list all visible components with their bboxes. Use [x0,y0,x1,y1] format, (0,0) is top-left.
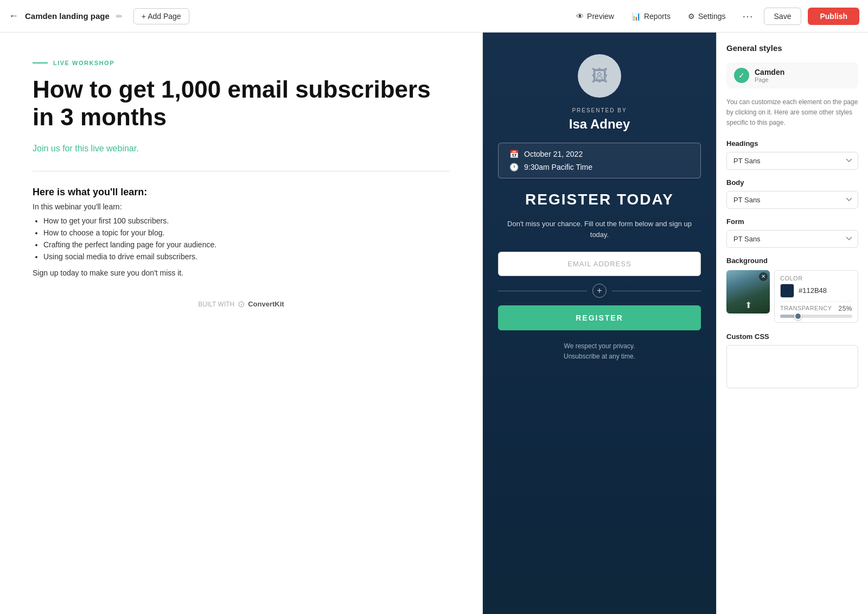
list-item: How to get your first 100 subscribers. [43,216,450,225]
custom-css-textarea[interactable] [726,345,858,388]
left-panel: LIVE WORKSHOP How to get 1,000 email sub… [0,33,483,614]
presented-by-label: PRESENTED BY [572,107,627,113]
headings-select[interactable]: PT Sans [726,152,858,170]
convertkit-logo-icon: ⊙ [238,299,245,309]
register-title: REGISTER TODAY [525,190,674,209]
register-desc: Don't miss your chance. Fill out the for… [498,219,701,241]
divider-line-right [612,291,701,291]
sign-up-text: Sign up today to make sure you don't mis… [33,268,450,277]
sub-link: Join us for this live webinar. [33,144,450,154]
time-row: 🕐 9:30am Pacific Time [509,163,690,171]
color-label: COLOR [780,275,852,282]
main-layout: LIVE WORKSHOP How to get 1,000 email sub… [0,33,868,614]
form-select[interactable]: PT Sans [726,230,858,248]
dots-icon: ⋯ [742,10,753,22]
body-select[interactable]: PT Sans [726,191,858,209]
right-panel: General styles ✓ Camden Page You can cus… [716,33,868,614]
event-time: 9:30am Pacific Time [524,163,592,171]
clock-icon: 🕐 [509,163,519,171]
bg-thumb-wrap: ✕ ⬆ [726,270,770,314]
page-title: Camden landing page [25,11,110,21]
check-icon: ✓ [738,71,745,80]
preview-icon: 👁 [576,12,584,21]
camden-card[interactable]: ✓ Camden Page [726,62,858,88]
plus-circle-icon[interactable]: + [592,284,607,298]
settings-icon: ⚙ [688,12,695,21]
upload-bg-icon[interactable]: ⬆ [745,300,752,310]
preview-label: Preview [587,12,614,21]
publish-button[interactable]: Publish [808,8,859,25]
panel-title: General styles [726,43,858,53]
learn-intro: In this webinar you'll learn: [33,202,450,211]
remove-bg-button[interactable]: ✕ [759,272,768,281]
color-transp-divider [780,301,852,302]
background-row: ✕ ⬆ COLOR #112B48 TRANSPARENCY 25% [726,270,858,323]
built-with-label: BUILT WITH [198,300,234,308]
transparency-slider[interactable] [780,315,852,318]
transparency-label-text: TRANSPARENCY [780,305,832,311]
privacy-text: We respect your privacy.Unsubscribe at a… [564,341,635,362]
calendar-icon: 📅 [509,150,519,158]
headings-label: Headings [726,139,858,148]
camden-label: Camden [755,68,784,76]
back-button[interactable]: ← [9,10,18,22]
date-row: 📅 October 21, 2022 [509,150,690,158]
tag-row: LIVE WORKSHOP [33,60,450,66]
add-page-label: + Add Page [142,12,181,21]
reports-icon: 📊 [631,12,641,21]
list-item: How to choose a topic for your blog. [43,228,450,237]
preview-content: 🖼 PRESENTED BY Isa Adney 📅 October 21, 2… [498,54,701,362]
plus-divider: + [498,284,701,298]
color-transparency-col: COLOR #112B48 TRANSPARENCY 25% [774,270,858,323]
background-label: Background [726,257,858,265]
top-nav: ← Camden landing page ✏ + Add Page 👁 Pre… [0,0,868,33]
register-button[interactable]: REGISTER [498,305,701,330]
body-label: Body [726,178,858,187]
color-swatch-row: #112B48 [780,284,852,298]
color-swatch[interactable] [780,284,794,298]
learn-list: How to get your first 100 subscribers. H… [33,216,450,261]
section-divider [33,171,450,171]
panel-description: You can customize each element on the pa… [726,97,858,129]
edit-icon[interactable]: ✏ [116,12,123,21]
reports-label: Reports [644,12,671,21]
center-panel: 🖼 PRESENTED BY Isa Adney 📅 October 21, 2… [483,33,716,614]
tag-label: LIVE WORKSHOP [53,60,114,66]
learn-heading: Here is what you'll learn: [33,187,450,198]
email-input-placeholder[interactable]: EMAIL ADDRESS [498,252,701,276]
back-icon: ← [9,10,18,21]
tag-line-decoration [33,62,48,63]
avatar: 🖼 [578,54,621,98]
form-label: Form [726,218,858,226]
camden-sub: Page [755,76,784,83]
presenter-name: Isa Adney [569,117,630,132]
built-with-row: BUILT WITH ⊙ ConvertKit [33,299,450,309]
transparency-thumb[interactable] [794,312,802,320]
avatar-image-icon: 🖼 [591,67,608,85]
save-button[interactable]: Save [764,8,802,25]
page-preview: 🖼 PRESENTED BY Isa Adney 📅 October 21, 2… [483,33,716,614]
reports-button[interactable]: 📊 Reports [626,9,676,24]
custom-css-label: Custom CSS [726,332,858,341]
color-hex: #112B48 [799,286,827,295]
settings-button[interactable]: ⚙ Settings [682,9,731,24]
camden-info: Camden Page [755,68,784,83]
main-heading: How to get 1,000 email subscribers in 3 … [33,76,450,131]
date-time-box: 📅 October 21, 2022 🕐 9:30am Pacific Time [498,143,701,178]
transparency-row [780,315,852,318]
event-date: October 21, 2022 [524,150,583,158]
divider-line-left [498,291,587,291]
convertkit-label: ConvertKit [248,300,284,308]
more-options-button[interactable]: ⋯ [738,8,757,25]
list-item: Crafting the perfect landing page for yo… [43,240,450,249]
transparency-pct: 25% [838,305,852,312]
list-item: Using social media to drive email subscr… [43,252,450,261]
settings-label: Settings [698,12,726,21]
preview-button[interactable]: 👁 Preview [571,9,620,24]
transparency-label: TRANSPARENCY 25% [780,305,852,311]
camden-dot: ✓ [734,68,749,83]
color-transp-block: COLOR #112B48 TRANSPARENCY 25% [774,270,858,323]
add-page-button[interactable]: + Add Page [133,8,189,24]
